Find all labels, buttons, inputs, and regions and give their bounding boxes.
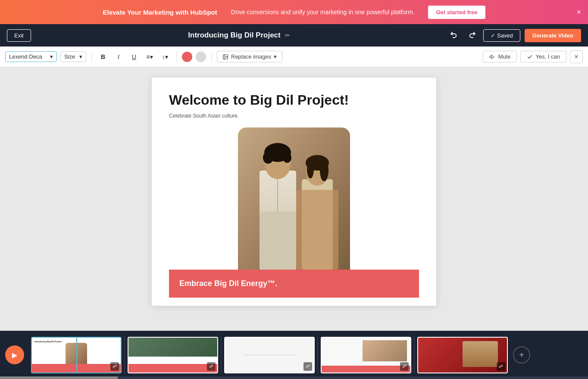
replace-images-button[interactable]: Replace images ▾ xyxy=(217,51,282,62)
font-selector[interactable]: Lexend Deca ▾ xyxy=(5,51,57,62)
header-right: ✓ Saved Generate Video xyxy=(447,28,581,42)
underline-button[interactable]: U xyxy=(128,51,140,63)
align-button[interactable]: ≡ ▾ xyxy=(144,51,156,63)
thumb-2-image xyxy=(128,338,217,357)
filmstrip: ▶ Introducing Big Dil Project ☍ ☍ ☍ xyxy=(0,331,588,379)
saved-button[interactable]: ✓ Saved xyxy=(483,29,520,42)
thumb-4-layers-icon: ☍ xyxy=(400,362,409,371)
svg-rect-17 xyxy=(296,190,338,270)
timeline-bar xyxy=(0,376,588,379)
slide-subtitle: Celebrate South Asian culture. xyxy=(169,113,419,119)
slide-cta-bar: Embrace Big Dil Energy™. xyxy=(169,270,419,298)
yes-i-can-button[interactable]: Yes, I can xyxy=(520,51,566,62)
project-title: Introducing Big Dil Project xyxy=(188,31,280,40)
get-started-button[interactable]: Get started free xyxy=(428,6,485,19)
slide-thumb-5-inner xyxy=(418,338,507,373)
replace-images-icon xyxy=(222,54,228,60)
header-left: Exit xyxy=(7,29,31,42)
slide-image[interactable] xyxy=(238,127,350,270)
thumb-2-red-bar xyxy=(128,364,217,373)
color-swatch-light[interactable] xyxy=(196,52,206,62)
color-swatch-red[interactable] xyxy=(182,52,192,62)
header-center: Introducing Big Dil Project ✏ xyxy=(188,31,290,40)
thumb-4-image xyxy=(363,340,407,361)
svg-rect-11 xyxy=(260,211,296,270)
play-button[interactable]: ▶ xyxy=(5,345,24,364)
toolbar-divider-1 xyxy=(91,52,92,62)
close-banner-button[interactable]: × xyxy=(576,8,581,16)
slide-thumb-4[interactable]: ☍ xyxy=(321,337,411,373)
playhead-indicator xyxy=(76,338,77,373)
generate-video-button[interactable]: Generate Video xyxy=(525,29,581,42)
svg-point-9 xyxy=(283,152,291,163)
edit-title-icon[interactable]: ✏ xyxy=(285,32,290,39)
thumb-3-line xyxy=(243,355,296,355)
cta-text: Embrace Big Dil Energy™. xyxy=(179,279,277,288)
slide-title: Welcome to Big Dil Project! xyxy=(169,91,419,109)
slide-separator-1 xyxy=(124,337,125,373)
slide-thumb-3-inner xyxy=(225,338,314,373)
thumb-3-layers-icon: ☍ xyxy=(303,362,312,371)
slide-thumb-1-inner: Introducing Big Dil Project xyxy=(32,338,121,373)
mute-button[interactable]: Mute xyxy=(483,51,517,62)
svg-point-8 xyxy=(263,152,273,164)
thumb-1-text: Introducing Big Dil Project xyxy=(34,340,62,343)
banner-subtext: Drive conversions and unify your marketi… xyxy=(231,9,415,16)
slide-thumb-1[interactable]: Introducing Big Dil Project ☍ xyxy=(31,337,122,373)
exit-button[interactable]: Exit xyxy=(7,29,31,42)
slide-separator-4 xyxy=(414,337,415,373)
canvas-area: Welcome to Big Dil Project! Celebrate So… xyxy=(0,67,588,331)
check-icon xyxy=(527,54,533,60)
thumb-2-layers-icon: ☍ xyxy=(207,362,216,371)
add-slide-button[interactable]: + xyxy=(513,346,530,363)
thumb-5-figure xyxy=(463,341,498,367)
italic-button[interactable]: I xyxy=(113,51,125,63)
banner-headline: Elevate Your Marketing with HubSpot xyxy=(103,9,217,16)
line-spacing-button[interactable]: ↕ ▾ xyxy=(159,51,171,63)
toolbar-close-button[interactable]: × xyxy=(570,50,583,63)
couple-image-svg xyxy=(238,127,350,270)
redo-button[interactable] xyxy=(465,28,479,42)
slide-thumb-4-inner xyxy=(322,338,410,373)
svg-point-16 xyxy=(307,161,314,178)
size-selector[interactable]: Size ▾ xyxy=(60,51,86,62)
thumb-1-layers-icon: ☍ xyxy=(110,362,119,371)
thumb-4-red-bar xyxy=(322,366,410,373)
header-bar: Exit Introducing Big Dil Project ✏ ✓ Sav… xyxy=(0,24,588,47)
bold-button[interactable]: B xyxy=(97,51,109,63)
slide-canvas: Welcome to Big Dil Project! Celebrate So… xyxy=(152,78,436,306)
top-banner: Elevate Your Marketing with HubSpot Driv… xyxy=(0,0,588,24)
thumb-5-layers-icon: ☍ xyxy=(497,362,505,371)
timeline-progress xyxy=(0,376,118,379)
undo-button[interactable] xyxy=(447,28,461,42)
toolbar-divider-3 xyxy=(211,52,212,62)
slide-thumb-5[interactable]: ☍ xyxy=(417,337,508,373)
slide-separator-2 xyxy=(221,337,222,373)
slide-separator-3 xyxy=(317,337,318,373)
slide-thumb-3[interactable]: ☍ xyxy=(224,337,315,373)
slide-thumb-2-inner xyxy=(128,338,217,373)
toolbar-divider-2 xyxy=(176,52,177,62)
mute-icon xyxy=(489,54,495,60)
svg-point-1 xyxy=(224,56,225,56)
slide-thumb-2[interactable]: ☍ xyxy=(128,337,218,373)
svg-point-15 xyxy=(320,160,328,181)
svg-marker-2 xyxy=(490,55,492,58)
toolbar: Lexend Deca ▾ Size ▾ B I U ≡ ▾ ↕ ▾ Repla… xyxy=(0,47,588,67)
